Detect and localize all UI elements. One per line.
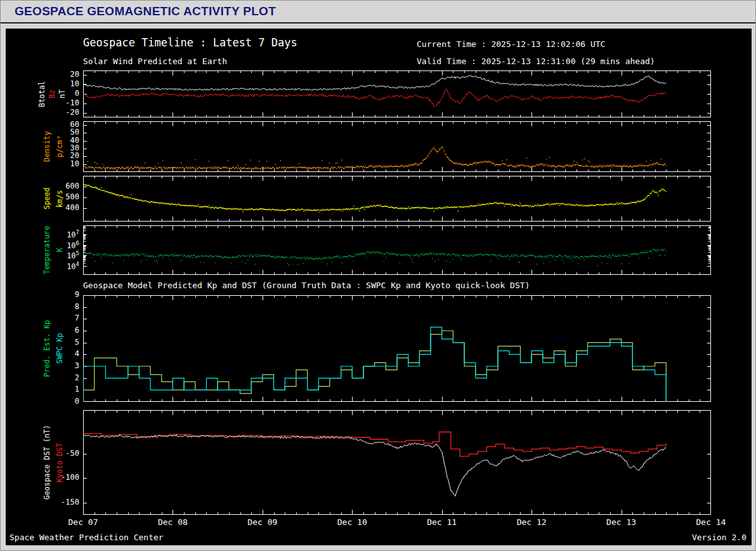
axis-label-btotal: Btotal [37, 70, 46, 117]
kp-dst-subtitle: Geospace Model Predicted Kp and DST (Gro… [83, 281, 530, 290]
panel-temperature [83, 225, 711, 275]
panel-dst [83, 410, 711, 515]
ytick-label-kp: 3 [75, 361, 79, 370]
x-axis-label-dec-14: Dec 14 [689, 517, 733, 527]
axis-label-temperature: Temperature [42, 225, 51, 275]
x-axis-label-dec-10: Dec 10 [330, 517, 374, 527]
footer-version: Version 2.0 [692, 533, 746, 542]
axis-label-km-s: km/s [55, 176, 64, 222]
ytick-label-kp: 5 [75, 338, 79, 347]
ytick-label-bfield: 10 [70, 79, 79, 88]
current-time: Current Time : 2025-12-13 12:02:06 UTC [417, 39, 605, 49]
axis-label-swpc-kp: SWPC Kp [55, 295, 64, 402]
ytick-label-temperature: 107 [67, 229, 79, 239]
axis-label-kyoto-dst: Kyoto DST [55, 410, 64, 515]
axis-label-bz: Bz [48, 70, 56, 117]
ytick-label-bfield: 20 [70, 70, 79, 79]
ytick-label-kp: 9 [75, 290, 79, 299]
solar-wind-subtitle: Solar Wind Predicted at Earth [83, 56, 227, 66]
ytick-label-speed: 600 [65, 182, 79, 190]
axis-label-nt: nT [58, 70, 67, 117]
ytick-label-kp: 7 [75, 314, 79, 322]
axis-label-p-cm: p/cm³ [55, 121, 64, 172]
ytick-label-kp: 0 [75, 397, 79, 406]
x-axis-label-dec-09: Dec 09 [240, 517, 285, 527]
axis-label-pred-est-kp: Pred. Est. Kp [42, 295, 51, 402]
ytick-label-temperature: 104 [67, 261, 79, 271]
valid-time: Valid Time : 2025-12-13 12:31:00 (29 min… [417, 56, 655, 66]
series-kyoto-dst [83, 432, 666, 456]
ytick-label-kp: 8 [75, 302, 79, 311]
x-axis-label-dec-07: Dec 07 [61, 517, 105, 527]
geospace-plot: Geospace Timeline : Latest 7 Days Curren… [6, 29, 752, 545]
footer-credit: Space Weather Prediction Center [10, 533, 164, 542]
ytick-label-temperature: 106 [67, 240, 79, 250]
series-btotal [83, 76, 666, 90]
ytick-label-speed: 500 [65, 192, 79, 201]
ytick-label-temperature: 105 [67, 250, 79, 260]
series-geospace-dst [83, 435, 666, 496]
axis-label-speed: Speed [42, 176, 51, 222]
ytick-label-kp: 4 [75, 349, 79, 358]
ytick-label-bfield: 0 [75, 89, 79, 98]
ytick-label-bfield: -10 [65, 98, 79, 107]
ytick-label-kp: 6 [75, 326, 79, 335]
x-axis-label-dec-08: Dec 08 [150, 517, 195, 527]
panel-speed [83, 176, 711, 222]
ytick-label-kp: 2 [75, 373, 79, 382]
x-axis-label-dec-11: Dec 11 [420, 517, 464, 527]
panel-density [83, 121, 711, 172]
axis-label-geospace-dst-nt: Geospace DST (nT) [42, 410, 51, 515]
page-title: GEOSPACE GEOMAGNETIC ACTIVITY PLOT [15, 4, 276, 18]
series-bz [83, 89, 666, 106]
x-axis-label-dec-12: Dec 12 [509, 517, 554, 527]
ytick-label-kp: 1 [75, 385, 79, 394]
axis-label-k: K [55, 225, 64, 275]
ytick-label-density: 10 [70, 159, 79, 168]
ytick-label-dst: -50 [65, 449, 79, 458]
ytick-label-bfield: -20 [65, 108, 79, 117]
x-axis-label-dec-13: Dec 13 [599, 517, 644, 527]
page: GEOSPACE GEOMAGNETIC ACTIVITY PLOT Geosp… [0, 0, 756, 551]
ytick-label-speed: 400 [65, 203, 79, 212]
panel-kp [83, 295, 711, 402]
panel-bfield [83, 70, 711, 117]
plot-title: Geospace Timeline : Latest 7 Days [83, 36, 297, 49]
series-temperature [83, 249, 666, 265]
series-speed [83, 185, 666, 213]
axis-label-density: Density [42, 121, 51, 172]
series-density [83, 147, 666, 169]
page-header: GEOSPACE GEOMAGNETIC ACTIVITY PLOT [1, 1, 755, 23]
